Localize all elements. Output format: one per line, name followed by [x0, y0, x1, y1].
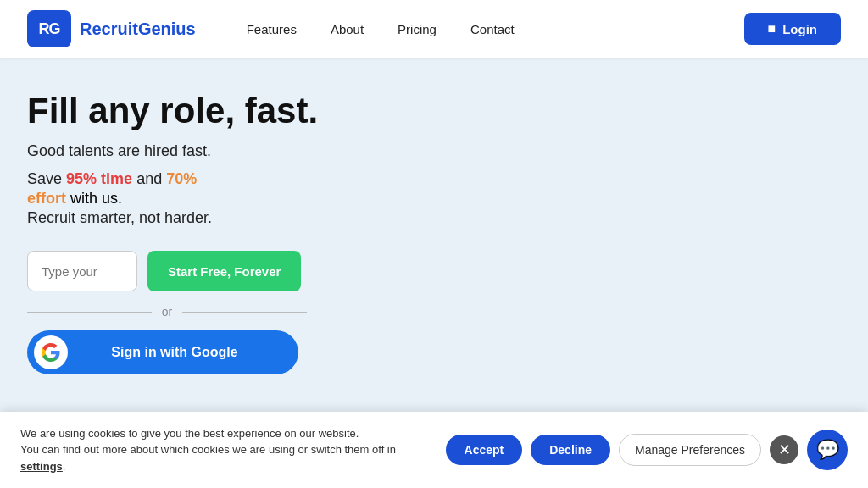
- pct-95: 95%: [66, 170, 97, 187]
- cta-area: Start Free, Forever: [27, 251, 841, 291]
- or-text: or: [152, 305, 182, 319]
- logo-text: RecruitGenius: [80, 19, 196, 39]
- decline-button[interactable]: Decline: [531, 435, 610, 465]
- accept-button[interactable]: Accept: [446, 435, 523, 465]
- hero-subtitle: Good talents are hired fast.: [27, 142, 841, 160]
- close-icon: ✕: [778, 441, 791, 459]
- cookie-banner: We are using cookies to give you the bes…: [0, 412, 868, 489]
- google-signin-button[interactable]: Sign in with Google: [27, 330, 298, 374]
- navbar: RG RecruitGenius Features About Pricing …: [0, 0, 868, 58]
- manage-preferences-button[interactable]: Manage Preferences: [619, 434, 761, 466]
- settings-link[interactable]: settings: [20, 460, 63, 473]
- logo-letters: RG: [39, 20, 60, 38]
- nav-contact[interactable]: Contact: [470, 22, 515, 36]
- save-word: Save: [27, 170, 62, 187]
- or-divider: or: [27, 305, 307, 319]
- nav-about[interactable]: About: [331, 22, 364, 36]
- close-cookie-button[interactable]: ✕: [770, 435, 798, 464]
- chat-button[interactable]: 💬: [807, 430, 848, 470]
- start-button[interactable]: Start Free, Forever: [147, 251, 301, 291]
- login-label: Login: [782, 22, 817, 36]
- nav-pricing[interactable]: Pricing: [398, 22, 437, 36]
- hero-recruit-line: Recruit smarter, not harder.: [27, 209, 841, 227]
- effort-word: effort: [27, 190, 66, 207]
- user-icon: ■: [768, 21, 776, 36]
- nav-features[interactable]: Features: [247, 22, 297, 36]
- google-btn-label: Sign in with Google: [68, 345, 295, 360]
- pct-70: 70%: [166, 170, 197, 187]
- chat-icon: 💬: [816, 439, 839, 461]
- cookie-actions: Accept Decline Manage Preferences ✕ 💬: [446, 430, 848, 470]
- hero-title: Fill any role, fast.: [27, 92, 841, 130]
- hero-section: Fill any role, fast. Good talents are hi…: [0, 58, 868, 374]
- nav-links: Features About Pricing Contact: [247, 22, 744, 36]
- google-icon-wrapper: [34, 336, 68, 369]
- hero-save-line: Save 95% time and 70%: [27, 170, 841, 188]
- effort-rest: with us.: [66, 190, 122, 207]
- email-input[interactable]: [27, 251, 137, 291]
- or-line-left: [27, 312, 152, 313]
- or-line-right: [182, 312, 307, 313]
- cookie-text: We are using cookies to give you the bes…: [20, 425, 426, 475]
- login-button[interactable]: ■ Login: [744, 13, 842, 45]
- hero-effort-line: effort with us.: [27, 190, 841, 208]
- logo-box: RG: [27, 10, 71, 47]
- time-label: time: [97, 170, 132, 187]
- google-icon: [41, 342, 61, 363]
